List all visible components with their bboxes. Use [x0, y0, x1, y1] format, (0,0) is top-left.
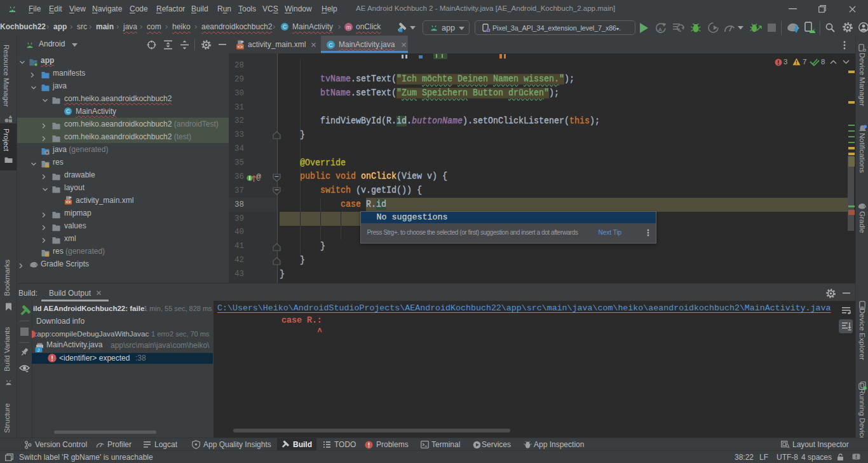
svg-text:J: J [37, 348, 40, 352]
svg-text:C: C [283, 24, 287, 30]
svg-text:A: A [658, 27, 662, 32]
svg-text:<>: <> [238, 45, 243, 50]
svg-text:m: m [346, 24, 351, 31]
svg-text:C: C [329, 42, 333, 48]
svg-text:C: C [66, 108, 70, 114]
svg-text:<>: <> [66, 200, 71, 205]
